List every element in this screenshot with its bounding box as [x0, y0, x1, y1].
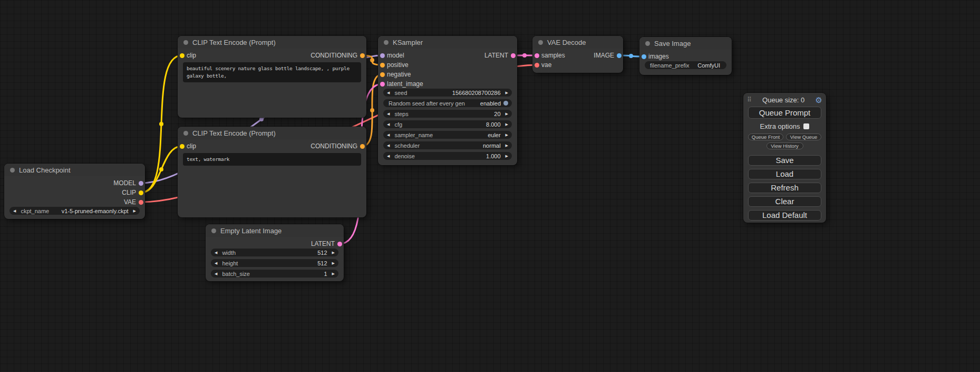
sampler-name-widget[interactable]: ◀ sampler_name euler ▶: [383, 131, 512, 139]
collapse-dot[interactable]: [645, 41, 650, 46]
collapse-dot[interactable]: [211, 228, 216, 233]
next-arrow-icon[interactable]: ▶: [506, 144, 508, 147]
prev-arrow-icon[interactable]: ◀: [387, 112, 390, 116]
output-slot-row: MODEL: [4, 178, 145, 188]
load-button[interactable]: Load: [748, 169, 821, 179]
positive-input-slot[interactable]: [380, 63, 385, 68]
queue-size-label: Queue size: 0: [752, 96, 816, 104]
prev-arrow-icon[interactable]: ◀: [215, 261, 217, 265]
dual-slot-row: clip CONDITIONING: [178, 141, 366, 151]
latent-output-slot[interactable]: [511, 53, 516, 58]
prev-arrow-icon[interactable]: ◀: [215, 272, 217, 275]
load-default-button[interactable]: Load Default: [748, 210, 821, 221]
next-arrow-icon[interactable]: ▶: [332, 251, 335, 254]
prev-arrow-icon[interactable]: ◀: [387, 154, 390, 158]
height-widget[interactable]: ◀ height 512 ▶: [211, 259, 338, 267]
refresh-button[interactable]: Refresh: [748, 183, 821, 193]
next-arrow-icon[interactable]: ▶: [332, 261, 335, 265]
cfg-widget[interactable]: ◀ cfg 8.000 ▶: [383, 120, 512, 128]
prev-arrow-icon[interactable]: ◀: [215, 251, 217, 254]
latent-image-input-slot[interactable]: [380, 82, 385, 87]
model-input-slot[interactable]: [380, 53, 385, 58]
batch-size-widget[interactable]: ◀ batch_size 1 ▶: [211, 270, 338, 278]
output-slot-row: VAE: [4, 197, 145, 207]
queue-prompt-button[interactable]: Queue Prompt: [748, 107, 821, 119]
prev-arrow-icon[interactable]: ◀: [387, 91, 390, 94]
widget-value: euler: [438, 132, 500, 138]
images-input-slot[interactable]: [642, 54, 646, 59]
model-output-slot[interactable]: [139, 181, 143, 186]
prev-arrow-icon[interactable]: ◀: [13, 209, 16, 213]
seed-widget[interactable]: ◀ seed 156680208700286 ▶: [383, 89, 512, 97]
collapse-dot[interactable]: [384, 40, 389, 45]
clip-input-slot[interactable]: [180, 53, 185, 58]
vae-input-slot[interactable]: [535, 63, 539, 68]
node-title-bar[interactable]: VAE Decode: [532, 36, 623, 49]
width-widget[interactable]: ◀ width 512 ▶: [211, 249, 338, 256]
node-graph-canvas[interactable]: Load Checkpoint MODEL CLIP VAE ◀ ckpt_na…: [0, 0, 980, 372]
node-title: Save Image: [654, 40, 691, 47]
node-save-image[interactable]: Save Image images filename_prefix ComfyU…: [639, 37, 732, 75]
node-title-bar[interactable]: Save Image: [639, 37, 732, 50]
settings-gear-icon[interactable]: ⚙: [816, 96, 822, 104]
image-output-slot[interactable]: [617, 53, 622, 58]
node-clip-text-encode-positive[interactable]: CLIP Text Encode (Prompt) clip CONDITION…: [178, 36, 366, 118]
conditioning-output-slot[interactable]: [360, 53, 365, 58]
toggle-dot[interactable]: [503, 101, 508, 106]
next-arrow-icon[interactable]: ▶: [133, 209, 136, 213]
extra-options-row: Extra options: [743, 122, 826, 130]
node-title-bar[interactable]: Empty Latent Image: [206, 224, 344, 237]
latent-output-slot[interactable]: [337, 242, 342, 246]
slot-label: IMAGE: [594, 52, 614, 59]
clip-output-slot[interactable]: [139, 190, 143, 195]
node-title-bar[interactable]: Load Checkpoint: [4, 164, 145, 176]
prompt-textarea[interactable]: text, watermark: [183, 153, 361, 166]
scheduler-widget[interactable]: ◀ scheduler normal ▶: [383, 141, 512, 149]
clear-button[interactable]: Clear: [748, 196, 821, 207]
node-empty-latent-image[interactable]: Empty Latent Image LATENT ◀ width 512 ▶ …: [206, 224, 344, 281]
view-history-button[interactable]: View History: [766, 142, 803, 149]
node-title-bar[interactable]: CLIP Text Encode (Prompt): [178, 36, 366, 49]
extra-options-checkbox[interactable]: [803, 123, 809, 129]
save-button[interactable]: Save: [748, 155, 821, 166]
dual-slot-row: clip CONDITIONING: [178, 51, 366, 60]
collapse-dot[interactable]: [538, 40, 543, 45]
prev-arrow-icon[interactable]: ◀: [387, 122, 390, 126]
denoise-widget[interactable]: ◀ denoise 1.000 ▶: [383, 152, 512, 160]
prev-arrow-icon[interactable]: ◀: [387, 144, 390, 147]
view-queue-button[interactable]: View Queue: [786, 133, 821, 140]
conditioning-output-slot[interactable]: [360, 144, 365, 149]
widget-label: seed: [394, 90, 407, 96]
next-arrow-icon[interactable]: ▶: [506, 133, 508, 137]
vae-output-slot[interactable]: [139, 200, 143, 205]
steps-widget[interactable]: ◀ steps 20 ▶: [383, 110, 512, 118]
collapse-dot[interactable]: [10, 168, 15, 173]
clip-input-slot[interactable]: [180, 144, 185, 149]
queue-front-button[interactable]: Queue Front: [748, 133, 783, 140]
filename-prefix-widget[interactable]: filename_prefix ComfyUI: [645, 61, 726, 69]
slot-label: samples: [541, 52, 565, 59]
node-title-bar[interactable]: CLIP Text Encode (Prompt): [178, 127, 366, 139]
node-ksampler[interactable]: KSampler model LATENT positive negative …: [378, 36, 517, 165]
node-load-checkpoint[interactable]: Load Checkpoint MODEL CLIP VAE ◀ ckpt_na…: [4, 164, 145, 219]
prev-arrow-icon[interactable]: ◀: [387, 133, 390, 137]
collapse-dot[interactable]: [183, 131, 188, 136]
collapse-dot[interactable]: [183, 40, 188, 45]
slot-label: positive: [387, 61, 409, 69]
next-arrow-icon[interactable]: ▶: [506, 112, 508, 116]
widget-value: v1-5-pruned-emaonly.ckpt: [54, 208, 128, 214]
next-arrow-icon[interactable]: ▶: [332, 272, 335, 275]
ckpt-name-widget[interactable]: ◀ ckpt_name v1-5-pruned-emaonly.ckpt ▶: [9, 207, 140, 215]
node-vae-decode[interactable]: VAE Decode samples IMAGE vae: [532, 36, 623, 73]
samples-input-slot[interactable]: [535, 53, 539, 58]
prompt-textarea[interactable]: beautiful scenery nature glass bottle la…: [183, 62, 361, 82]
negative-input-slot[interactable]: [380, 72, 385, 77]
node-clip-text-encode-negative[interactable]: CLIP Text Encode (Prompt) clip CONDITION…: [178, 127, 366, 217]
node-title-bar[interactable]: KSampler: [378, 36, 517, 49]
dual-slot-row: model LATENT: [378, 51, 517, 60]
next-arrow-icon[interactable]: ▶: [506, 122, 508, 126]
next-arrow-icon[interactable]: ▶: [506, 154, 508, 158]
drag-handle-icon[interactable]: ⠿: [747, 96, 752, 103]
random-seed-toggle-widget[interactable]: Random seed after every gen enabled: [383, 99, 512, 107]
next-arrow-icon[interactable]: ▶: [506, 91, 508, 94]
